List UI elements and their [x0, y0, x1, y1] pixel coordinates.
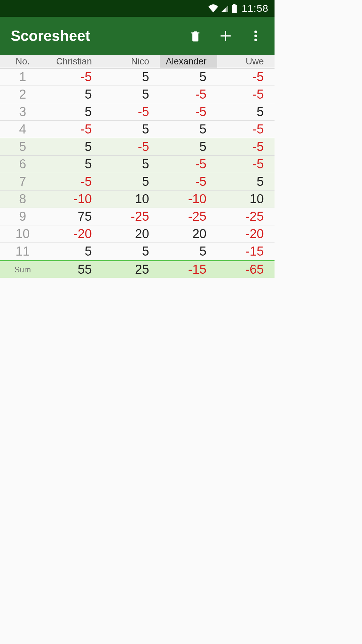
svg-rect-1 [233, 4, 235, 5]
table-row[interactable]: 35-5-55 [0, 103, 275, 121]
score-cell: 5 [160, 243, 217, 260]
table-row[interactable]: 7-55-55 [0, 173, 275, 191]
sum-label: Sum [0, 261, 45, 278]
sum-cell: -15 [160, 261, 217, 278]
score-cell: -5 [45, 173, 103, 190]
table-row[interactable]: 655-5-5 [0, 156, 275, 173]
score-cell: 10 [217, 191, 275, 208]
score-cell: 5 [217, 103, 275, 120]
table-row[interactable]: 975-25-25-25 [0, 208, 275, 225]
score-cell: 5 [103, 68, 160, 86]
score-cell: 5 [103, 121, 160, 138]
col-header-player[interactable]: Alexander [160, 55, 217, 68]
row-no: 10 [0, 225, 45, 243]
score-cell: 5 [160, 121, 217, 138]
score-cell: 5 [160, 138, 217, 155]
overflow-menu-button[interactable] [244, 24, 268, 48]
svg-point-3 [254, 35, 257, 37]
status-time: 11:58 [242, 3, 268, 14]
score-cell: 5 [217, 173, 275, 190]
score-cell: 75 [45, 208, 103, 225]
table-row[interactable]: 255-5-5 [0, 86, 275, 103]
score-cell: -5 [160, 103, 217, 120]
score-cell: -20 [45, 225, 103, 243]
row-no: 11 [0, 243, 45, 260]
cell-signal-icon [221, 4, 229, 12]
col-header-player[interactable]: Uwe [217, 55, 275, 68]
score-cell: -10 [45, 191, 103, 208]
score-cell: 5 [45, 86, 103, 103]
score-cell: -25 [217, 208, 275, 225]
score-cell: -20 [217, 225, 275, 243]
row-no: 8 [0, 191, 45, 208]
score-cell: -5 [160, 173, 217, 190]
svg-rect-0 [232, 5, 237, 13]
score-cell: -10 [160, 191, 217, 208]
svg-point-2 [254, 31, 257, 33]
table-row[interactable]: 55-55-5 [0, 138, 275, 156]
row-no: 5 [0, 138, 45, 155]
score-cell: 5 [103, 86, 160, 103]
score-cell: 5 [160, 68, 217, 86]
table-row[interactable]: 11555-15 [0, 243, 275, 260]
row-no: 2 [0, 86, 45, 103]
table-body: 1-555-5255-5-535-5-554-555-555-55-5655-5… [0, 68, 275, 260]
score-cell: -5 [160, 156, 217, 173]
sum-cell: 25 [103, 261, 160, 278]
table-sum-row: Sum 55 25 -15 -65 [0, 260, 275, 278]
score-cell: 5 [103, 156, 160, 173]
col-header-no: No. [0, 55, 45, 68]
score-cell: 5 [45, 156, 103, 173]
table-row[interactable]: 4-555-5 [0, 121, 275, 138]
col-header-player[interactable]: Nico [103, 55, 160, 68]
table-header: No. Christian Nico Alexander Uwe [0, 55, 275, 68]
app-bar: Scoresheet [0, 17, 275, 55]
col-header-player[interactable]: Christian [45, 55, 103, 68]
score-cell: -5 [45, 121, 103, 138]
row-no: 3 [0, 103, 45, 120]
svg-point-4 [254, 39, 257, 41]
status-bar: 11:58 [0, 0, 275, 17]
score-cell: -5 [217, 121, 275, 138]
add-button[interactable] [214, 24, 238, 48]
table-row[interactable]: 1-555-5 [0, 68, 275, 86]
score-cell: -5 [45, 68, 103, 86]
score-cell: -25 [103, 208, 160, 225]
row-no: 4 [0, 121, 45, 138]
score-cell: 20 [160, 225, 217, 243]
row-no: 6 [0, 156, 45, 173]
score-cell: -5 [217, 68, 275, 86]
score-cell: 5 [103, 173, 160, 190]
sum-cell: -65 [217, 261, 275, 278]
score-cell: -15 [217, 243, 275, 260]
score-cell: -5 [103, 103, 160, 120]
score-cell: -5 [160, 86, 217, 103]
page-title: Scoresheet [11, 28, 177, 44]
row-no: 1 [0, 68, 45, 86]
row-no: 9 [0, 208, 45, 225]
score-cell: 5 [45, 243, 103, 260]
score-cell: -5 [217, 138, 275, 155]
score-cell: -5 [103, 138, 160, 155]
table-row[interactable]: 10-202020-20 [0, 225, 275, 243]
score-cell: 10 [103, 191, 160, 208]
score-cell: 20 [103, 225, 160, 243]
score-cell: -5 [217, 86, 275, 103]
score-cell: -5 [217, 156, 275, 173]
score-cell: -25 [160, 208, 217, 225]
score-cell: 5 [45, 103, 103, 120]
wifi-icon [208, 4, 218, 12]
score-cell: 5 [103, 243, 160, 260]
delete-button[interactable] [183, 24, 207, 48]
battery-icon [232, 4, 237, 13]
row-no: 7 [0, 173, 45, 190]
table-row[interactable]: 8-1010-1010 [0, 191, 275, 208]
score-cell: 5 [45, 138, 103, 155]
sum-cell: 55 [45, 261, 103, 278]
